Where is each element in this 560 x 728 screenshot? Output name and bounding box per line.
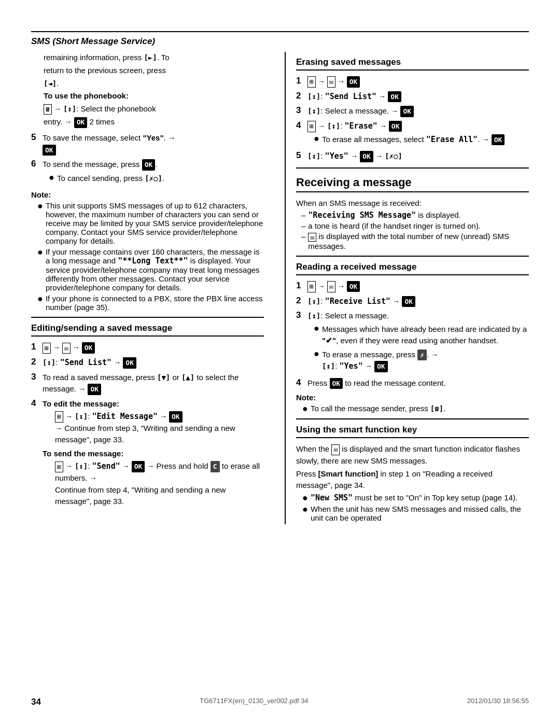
intro-line-1: remaining information, press [►]. To bbox=[44, 52, 264, 63]
receiving-dashes: – "Receiving SMS Message" is displayed. … bbox=[301, 211, 529, 250]
read-step-2-content: [↕]: "Receive List" → OK bbox=[307, 296, 529, 307]
ok-badge-x: ✗ bbox=[417, 349, 427, 361]
right-column: Erasing saved messages 1 ⊞ → ✉ → OK 2 [↕… bbox=[285, 52, 529, 524]
step-5: 5 To save the message, select "Yes". → O… bbox=[31, 132, 264, 156]
erase-step-1-content: ⊞ → ✉ → OK bbox=[307, 76, 529, 88]
ok-badge-er1: OK bbox=[347, 76, 360, 88]
receiving-section-header: Receiving a message bbox=[296, 176, 529, 192]
step-6-bullet-1: ● To cancel sending, press [✗○]. bbox=[49, 173, 264, 185]
erase-step-5: 5 [↕]: "Yes" → OK → [✗○] bbox=[296, 150, 529, 162]
phonebook-entry: entry. → OK 2 times bbox=[44, 116, 264, 128]
erase-step-4-bullets: ● To erase all messages, select "Erase A… bbox=[314, 134, 529, 146]
edit-step-3: 3 To read a saved message, press [▼] or … bbox=[31, 372, 264, 395]
read-step-3-bullets: ● Messages which have already been read … bbox=[314, 324, 529, 372]
smart-bullet-1: ● "New SMS" must be set to "On" in Top k… bbox=[302, 493, 529, 502]
edit-step-1: 1 ⊞ → ✉ → OK bbox=[31, 342, 264, 354]
erase-step-4-content: ⊞ → [↕]: "Erase" → OK ● To erase all mes… bbox=[307, 120, 529, 147]
erase-step-3-content: [↕]: Select a message. → OK bbox=[307, 105, 529, 117]
reading-note-bullet-1: ● To call the message sender, press [☎]. bbox=[302, 404, 529, 413]
step-5-content: To save the message, select "Yes". → OK bbox=[43, 132, 264, 156]
ok-badge-rd1: OK bbox=[347, 281, 360, 292]
icon-menu-4s: ⊞ bbox=[55, 461, 63, 473]
read-step-4-content: Press OK to read the message content. bbox=[307, 377, 529, 389]
icon-menu-er1: ⊞ bbox=[307, 76, 316, 88]
ok-badge-e4: OK bbox=[169, 411, 183, 423]
edit-step-3-content: To read a saved message, press [▼] or [▲… bbox=[43, 372, 264, 395]
ok-badge-rd3b: OK bbox=[374, 361, 388, 372]
icon-envelope-1: ✉ bbox=[62, 343, 71, 354]
icon-env-r: ✉ bbox=[308, 233, 316, 242]
edit-step-3-num: 3 bbox=[31, 372, 43, 382]
read-bullet-1: ● Messages which have already been read … bbox=[314, 324, 529, 347]
read-step-1-num: 1 bbox=[296, 281, 307, 291]
edit-step-2-content: [↕]: "Send List" → OK bbox=[43, 357, 264, 369]
intro-line-3: [◄]. bbox=[44, 78, 264, 89]
edit-step-2: 2 [↕]: "Send List" → OK bbox=[31, 357, 264, 369]
smart-line2: Press [Smart function] in step 1 on "Rea… bbox=[296, 468, 529, 491]
phonebook-label: To use the phonebook: bbox=[44, 90, 264, 102]
intro-line-2: return to the previous screen, press bbox=[44, 65, 264, 76]
icon-menu-1: ⊞ bbox=[43, 343, 51, 354]
erase-bullet-1: ● To erase all messages, select "Erase A… bbox=[314, 134, 529, 146]
read-step-3-content: [↕]: Select a message. ● Messages which … bbox=[307, 310, 529, 374]
read-step-3: 3 [↕]: Select a message. ● Messages whic… bbox=[296, 310, 529, 374]
bullet-dot-sm2: ● bbox=[302, 505, 308, 514]
read-bullet-1-text: Messages which have already been read ar… bbox=[322, 324, 529, 347]
phonebook-steps: ☎ → [↕]: Select the phonebook bbox=[44, 103, 264, 115]
step-5-num: 5 bbox=[31, 132, 43, 143]
erase-bullet-1-text: To erase all messages, select "Erase All… bbox=[322, 134, 505, 146]
receiving-intro: When an SMS message is received: bbox=[296, 198, 529, 209]
icon-env-smart: ✉ bbox=[331, 444, 340, 455]
reading-note-bullet-1-text: To call the message sender, press [☎]. bbox=[311, 404, 445, 413]
ok-badge-rd2: OK bbox=[402, 296, 415, 307]
edit-step-2-num: 2 bbox=[31, 357, 43, 367]
erase-step-4: 4 ⊞ → [↕]: "Erase" → OK ● To erase all m… bbox=[296, 120, 529, 147]
edit-step-4-content: To edit the message: ⊞ → [↕]: "Edit Mess… bbox=[43, 398, 264, 508]
intro-text: remaining information, press [►]. To ret… bbox=[44, 52, 264, 128]
smart-bullet-1-text: "New SMS" must be set to "On" in Top key… bbox=[311, 493, 517, 502]
bullet-dot-er4: ● bbox=[314, 134, 319, 143]
icon-phonebook: ☎ bbox=[44, 104, 52, 115]
icon-env-er1: ✉ bbox=[327, 76, 335, 88]
note-bullet-1-text: This unit supports SMS messages of up to… bbox=[46, 201, 264, 245]
erase-step-5-content: [↕]: "Yes" → OK → [✗○] bbox=[307, 150, 529, 162]
bullet-dot: ● bbox=[49, 173, 54, 182]
read-step-3-num: 3 bbox=[296, 310, 307, 320]
erase-step-2-content: [↕]: "Send List" → OK bbox=[307, 91, 529, 103]
smart-intro: When the ✉ is displayed and the smart fu… bbox=[296, 443, 529, 466]
read-step-4: 4 Press OK to read the message content. bbox=[296, 377, 529, 389]
erase-step-1-num: 1 bbox=[296, 76, 307, 86]
receive-dash-2-text: a tone is heard (if the handset ringer i… bbox=[308, 221, 481, 230]
read-bullet-2-text: To erase a message, press ✗. → [↕]: "Yes… bbox=[322, 349, 438, 372]
ok-badge-er2: OK bbox=[388, 91, 401, 103]
smart-bullet-2-text: When the unit has new SMS messages and m… bbox=[311, 505, 529, 522]
read-bullet-2: ● To erase a message, press ✗. → [↕]: "Y… bbox=[314, 349, 529, 372]
receive-dash-1: – "Receiving SMS Message" is displayed. bbox=[301, 211, 529, 220]
step-6-bullets: ● To cancel sending, press [✗○]. bbox=[49, 173, 264, 185]
erase-step-5-num: 5 bbox=[296, 150, 307, 161]
ok-badge-6: OK bbox=[142, 159, 156, 171]
smart-section-header: Using the smart function key bbox=[296, 425, 529, 438]
note-bullet-2: ● If your message contains over 160 char… bbox=[37, 247, 264, 292]
read-step-2-num: 2 bbox=[296, 296, 307, 306]
edit-sub: ⊞ → [↕]: "Edit Message" → OK → Continue … bbox=[55, 411, 264, 446]
step-6-num: 6 bbox=[31, 159, 43, 169]
bullet-dot-sm1: ● bbox=[302, 493, 308, 502]
ok-badge-er4: OK bbox=[389, 121, 402, 132]
icon-menu-rd1: ⊞ bbox=[307, 281, 316, 292]
reading-section-header: Reading a received message bbox=[296, 262, 529, 275]
send-sub: ⊞ → [↕]: "Send" → OK → Press and hold C … bbox=[55, 460, 264, 507]
page: SMS (Short Message Service) remaining in… bbox=[0, 0, 560, 728]
section-divider-r3 bbox=[296, 418, 529, 419]
erase-step-3: 3 [↕]: Select a message. → OK bbox=[296, 105, 529, 117]
ok-badge-c: C bbox=[211, 461, 220, 472]
reading-note-bullets: ● To call the message sender, press [☎]. bbox=[302, 404, 529, 413]
ok-badge-5: OK bbox=[43, 145, 56, 156]
receive-dash-1-text: "Receiving SMS Message" is displayed. bbox=[308, 211, 460, 220]
smart-bullets: ● "New SMS" must be set to "On" in Top k… bbox=[302, 493, 529, 522]
ok-badge-er5: OK bbox=[360, 151, 373, 162]
icon-env-rd1: ✉ bbox=[327, 281, 335, 292]
section-divider-r2 bbox=[296, 256, 529, 257]
note-bullets: ● This unit supports SMS messages of up … bbox=[37, 201, 264, 312]
edit-step-4: 4 To edit the message: ⊞ → [↕]: "Edit Me… bbox=[31, 398, 264, 508]
